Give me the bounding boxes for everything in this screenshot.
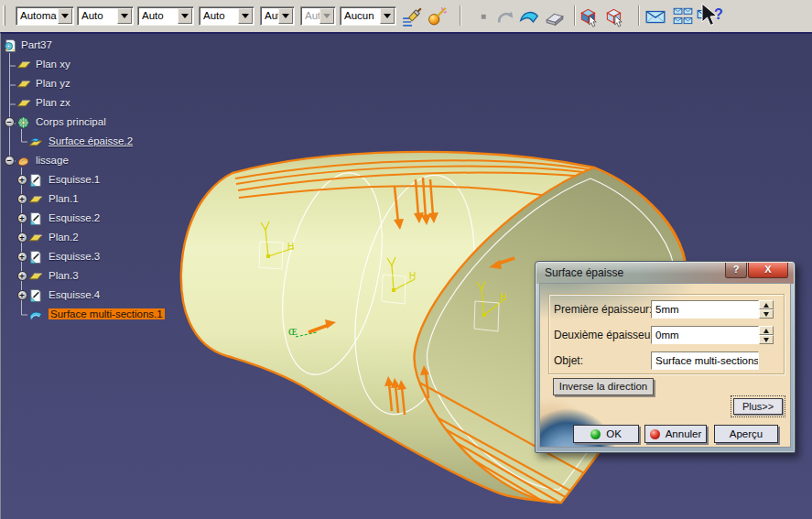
toolbar-combo-5[interactable]: Aut	[260, 6, 295, 26]
plane-icon	[16, 77, 31, 92]
catalog-box-filled-icon[interactable]	[578, 5, 600, 28]
field-input[interactable]: 0mm	[651, 326, 759, 344]
field-input[interactable]: Surface multi-sections.1	[651, 351, 759, 370]
dot-icon[interactable]	[472, 5, 494, 28]
svg-text:H: H	[287, 242, 294, 252]
plane-icon	[16, 58, 31, 72]
tree-item-surface-multi-sections-1[interactable]: Surface multi-sections.1	[1, 308, 230, 322]
mail-multiple-icon[interactable]	[672, 5, 694, 28]
tree-expander-plus[interactable]: +	[17, 175, 27, 185]
tree-expander-plus[interactable]: +	[17, 252, 27, 262]
tree-item-esquisse-4[interactable]: +Esquisse.4	[1, 288, 230, 303]
dialog-client-area: Première épaisseur:5mmDeuxième épaisseur…	[539, 283, 791, 448]
combo-dropdown-arrow[interactable]	[278, 8, 293, 24]
toolbar-separator	[638, 5, 640, 26]
mail-send-icon[interactable]	[644, 5, 666, 28]
sketch-icon	[28, 250, 43, 265]
multisection-icon	[28, 308, 43, 322]
combo-dropdown-arrow[interactable]	[380, 8, 395, 24]
svg-text:Œ: Œ	[288, 326, 298, 337]
inverse-direction-button[interactable]: Inverse la direction	[553, 378, 654, 395]
tree-item-lissage[interactable]: −lissage	[1, 154, 230, 168]
eraser-3d-icon[interactable]	[544, 5, 566, 28]
plane-icon	[28, 269, 43, 284]
magic-wand-icon[interactable]	[427, 5, 449, 28]
svg-text:H: H	[409, 271, 416, 281]
undo-icon[interactable]	[494, 5, 516, 28]
plane-icon	[28, 231, 43, 245]
tree-expander-plus[interactable]: +	[17, 271, 27, 281]
tree-expander-plus[interactable]: +	[17, 213, 27, 223]
plane-icon	[28, 192, 43, 207]
field-input[interactable]: 5mm	[651, 300, 759, 319]
tree-expander-plus[interactable]: +	[17, 232, 27, 243]
dialog-field-row: Deuxième épaisseur:0mm	[540, 326, 787, 344]
format-brush-icon[interactable]	[401, 5, 423, 28]
dialog-close-button[interactable]: X	[748, 263, 788, 278]
dialog-title: Surface épaisse	[545, 266, 623, 279]
mouse-cursor-help-icon: ?	[699, 3, 727, 30]
tree-item-esquisse-2[interactable]: +Esquisse.2	[1, 211, 230, 226]
part-icon	[3, 38, 17, 53]
thick-icon	[28, 135, 43, 149]
green-dot-icon	[590, 429, 601, 439]
preview-button[interactable]: Aperçu	[714, 425, 778, 443]
ok-button[interactable]: OK	[573, 425, 639, 443]
toolbar-combo-3[interactable]: Auto	[137, 6, 194, 26]
tree-expander-plus[interactable]: +	[17, 194, 27, 204]
tree-item-part37[interactable]: Part37	[1, 38, 230, 53]
plane-icon	[16, 96, 31, 111]
tree-item-plan-2[interactable]: +Plan.2	[1, 231, 230, 245]
svg-text:?: ?	[714, 6, 723, 22]
sketch-icon	[28, 211, 43, 226]
lissage-icon	[16, 154, 31, 168]
tree-expander-minus[interactable]: −	[5, 117, 15, 127]
tree-item-esquisse-1[interactable]: +Esquisse.1	[1, 173, 230, 188]
tree-item-plan-1[interactable]: +Plan.1	[1, 192, 230, 207]
tree-item-esquisse-3[interactable]: +Esquisse.3	[1, 250, 230, 265]
toolbar-combo-4[interactable]: Auto	[199, 6, 254, 26]
tree-expander-minus[interactable]: −	[5, 156, 15, 166]
tree-item-plan-xy[interactable]: Plan xy	[1, 58, 230, 72]
red-dot-icon	[650, 429, 660, 439]
specification-tree: Part37Plan xyPlan yzPlan zx−Corps princi…	[1, 34, 239, 519]
tree-item-plan-yz[interactable]: Plan yz	[1, 77, 230, 92]
tree-item-corps-principal[interactable]: −Corps principal	[1, 115, 230, 130]
toolbar-separator	[460, 5, 461, 26]
tree-expander-plus[interactable]: +	[17, 290, 27, 300]
dialog-field-row: Objet:Surface multi-sections.1	[540, 351, 787, 370]
toolbar-drag-handle[interactable]	[3, 5, 5, 26]
tree-item-plan-zx[interactable]: Plan zx	[1, 96, 230, 111]
sketch-icon	[28, 173, 43, 188]
plus-button[interactable]: Plus>>	[733, 398, 783, 415]
combo-dropdown-arrow[interactable]	[319, 8, 334, 24]
combo-dropdown-arrow[interactable]	[117, 8, 132, 24]
toolbar-combo-1[interactable]: Automa	[16, 6, 74, 26]
field-spinner[interactable]	[759, 300, 774, 319]
combo-dropdown-arrow[interactable]	[238, 8, 253, 24]
surface-patch-icon[interactable]	[518, 5, 540, 28]
surface-epaisse-dialog: Surface épaisse ? X Première épaisseur:5…	[535, 261, 796, 453]
combo-dropdown-arrow[interactable]	[178, 8, 192, 24]
combo-dropdown-arrow[interactable]	[58, 8, 72, 24]
body-icon	[16, 115, 31, 130]
field-spinner[interactable]	[759, 326, 774, 344]
toolbar-combo-2[interactable]: Auto	[77, 6, 134, 26]
top-toolbar: AutomaAutoAutoAutoAutAutAucun ?	[0, 0, 812, 32]
catalog-box-outline-icon[interactable]	[603, 5, 625, 28]
cancel-button[interactable]: Annuler	[644, 425, 707, 443]
tree-item-plan-3[interactable]: +Plan.3	[1, 269, 230, 284]
dialog-field-row: Première épaisseur:5mm	[540, 300, 787, 319]
toolbar-combo-7[interactable]: Aucun	[340, 6, 396, 26]
toolbar-combo-6[interactable]: Aut	[300, 6, 336, 26]
svg-text:H: H	[500, 292, 506, 302]
dialog-help-button[interactable]: ?	[725, 263, 747, 278]
tree-item-surface-paisse-2[interactable]: Surface épaisse.2	[1, 135, 230, 149]
toolbar-separator	[574, 5, 576, 26]
sketch-icon	[28, 288, 43, 303]
